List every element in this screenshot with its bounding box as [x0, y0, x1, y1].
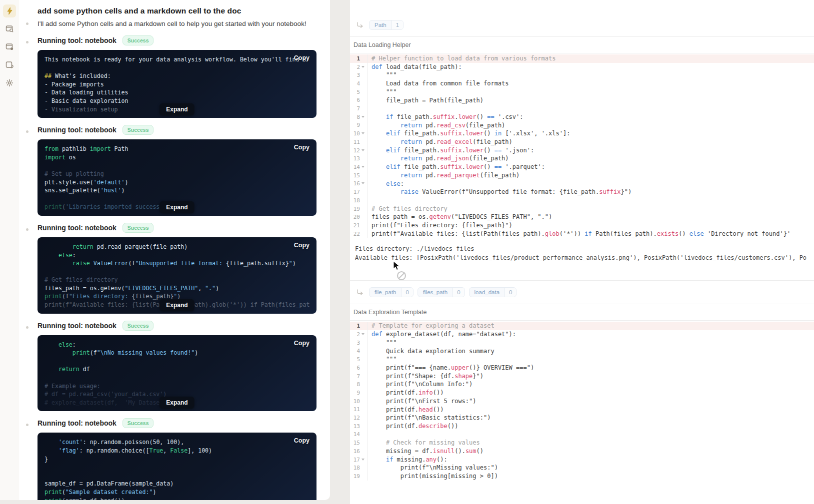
- code-row: 11 print(df.head()): [350, 406, 814, 414]
- code-line: [44, 463, 310, 472]
- code-row: 6 file_path = Path(file_path): [350, 96, 814, 105]
- variable-chip-count: 0: [504, 288, 516, 297]
- code-row: 8 if file_path.suffix.lower() == '.csv':: [350, 113, 814, 121]
- fold-chevron-icon[interactable]: [361, 65, 366, 69]
- tool-output-code-card: else: print(f"\nNo missing values found!…: [38, 335, 316, 412]
- copy-button[interactable]: Copy: [294, 340, 310, 347]
- line-number-gutter: 21: [350, 221, 368, 230]
- output-line: Available files: [PosixPath('livedocs_fi…: [355, 253, 814, 262]
- tool-run-header: Running tool: notebookSuccess: [26, 321, 320, 331]
- code-row: 11 return pd.read_excel(file_path): [350, 138, 814, 146]
- tool-output-code-card: 'count': np.random.poisson(50, 100), 'fl…: [38, 433, 316, 500]
- code-row: 19# Get files directory: [350, 205, 814, 213]
- code-line: print(f"\nBasic statistics:"): [368, 414, 490, 422]
- line-number: 17: [354, 457, 360, 463]
- line-number: 22: [354, 231, 360, 237]
- copy-button[interactable]: Copy: [294, 144, 310, 151]
- copy-button[interactable]: Copy: [294, 242, 310, 249]
- fold-chevron-icon[interactable]: [361, 131, 366, 136]
- line-number-gutter: 18: [350, 464, 368, 472]
- expand-button[interactable]: Expand: [160, 201, 194, 213]
- code-line: file_path = Path(file_path): [368, 96, 484, 105]
- line-number: 19: [354, 473, 360, 480]
- status-badge: Success: [122, 125, 154, 135]
- variable-chip-path[interactable]: Path1: [369, 20, 404, 30]
- fold-chevron-icon[interactable]: [361, 458, 366, 462]
- code-line: print(f"\nNo missing values found!"): [44, 349, 310, 357]
- line-number-gutter: 3: [350, 71, 368, 79]
- code-line: 'flag': np.random.choice([True, False], …: [44, 447, 310, 455]
- code-line: # Check for missing values: [368, 439, 480, 447]
- variable-chip-name: Path: [370, 20, 392, 29]
- fold-chevron-icon[interactable]: [361, 332, 366, 337]
- line-number-gutter: 2: [350, 330, 368, 339]
- line-number-gutter: 19: [350, 205, 368, 213]
- line-number-gutter: 14: [350, 163, 368, 171]
- copy-button[interactable]: Copy: [294, 437, 310, 444]
- line-number: 9: [356, 122, 360, 128]
- line-number-gutter: 7: [350, 104, 368, 113]
- line-number: 1: [356, 323, 360, 329]
- line-number-gutter: 16: [350, 447, 368, 456]
- cell-title: Data Loading Helper: [350, 37, 814, 53]
- code-line: print(f"Files directory: {files_path}"): [368, 221, 512, 230]
- expand-button[interactable]: Expand: [160, 103, 194, 115]
- fold-chevron-icon[interactable]: [361, 115, 366, 119]
- code-line: missing = df.isnull().sum(): [368, 447, 484, 456]
- code-line: }: [44, 455, 310, 464]
- cell-code-editor[interactable]: 1# Template for exploring a dataset2def …: [350, 321, 814, 481]
- variable-chip-file_path[interactable]: file_path0: [369, 287, 414, 297]
- line-number-gutter: 18: [350, 196, 368, 205]
- line-number: 15: [354, 172, 360, 179]
- line-number-gutter: 13: [350, 422, 368, 431]
- flash-icon: [6, 7, 14, 15]
- code-row: 18 print(f"\nMissing values:"): [350, 464, 814, 472]
- fold-chevron-icon[interactable]: [361, 148, 366, 153]
- code-row: 4 Quick data exploration summary: [350, 347, 814, 356]
- code-line: # Template for exploring a dataset: [368, 322, 494, 330]
- return-arrow-icon: [356, 289, 364, 296]
- sidebar-item-panel-badge[interactable]: [3, 40, 16, 53]
- panel-clock-icon: [6, 61, 14, 69]
- line-number-gutter: 3: [350, 339, 368, 347]
- line-number-gutter: 5: [350, 88, 368, 96]
- line-number: 10: [354, 398, 360, 405]
- assistant-intro-row: I'll add some Python cells and a markdow…: [26, 19, 320, 28]
- line-number: 21: [354, 222, 360, 229]
- sidebar-item-panel-clock[interactable]: [3, 58, 16, 71]
- code-line: print(df.describe()): [368, 422, 458, 431]
- code-line: 'count': np.random.poisson(50, 100),: [44, 438, 310, 447]
- line-number-gutter: 5: [350, 355, 368, 364]
- line-number: 3: [356, 72, 360, 78]
- cell-title: Data Exploration Template: [350, 304, 814, 320]
- line-number: 4: [356, 348, 360, 354]
- sidebar-item-flash[interactable]: [3, 4, 16, 17]
- line-number: 4: [356, 80, 360, 87]
- variable-chip-load_data[interactable]: load_data0: [469, 287, 517, 297]
- sidebar-item-panel-search[interactable]: [3, 22, 16, 35]
- line-number-gutter: 1: [350, 54, 368, 63]
- sidebar-item-gear[interactable]: [3, 76, 16, 89]
- variable-chip-files_path[interactable]: files_path0: [418, 287, 465, 297]
- code-line: plt.style.use('default'): [44, 178, 310, 187]
- user-prompt: add some python cells and a markdown cel…: [38, 6, 320, 15]
- code-line: return pd.read_excel(file_path): [368, 138, 512, 146]
- cell-code-editor[interactable]: 1# Helper function to load data from var…: [350, 53, 814, 239]
- line-number: 3: [356, 340, 360, 346]
- line-number: 9: [356, 390, 360, 396]
- code-line: else:: [44, 341, 310, 349]
- expand-button[interactable]: Expand: [160, 299, 194, 311]
- line-number: 16: [354, 180, 360, 187]
- code-line: elif file_path.suffix.lower() in ['.xlsx…: [368, 129, 570, 138]
- fold-chevron-icon[interactable]: [361, 165, 366, 169]
- line-number-gutter: 11: [350, 406, 368, 414]
- line-number-gutter: 15: [350, 171, 368, 180]
- expand-button[interactable]: Expand: [160, 397, 194, 409]
- tool-output-code-card: return pd.read_parquet(file_path) else: …: [38, 237, 316, 314]
- fold-chevron-icon[interactable]: [361, 181, 366, 186]
- copy-button[interactable]: Copy: [294, 54, 310, 61]
- status-badge: Success: [122, 223, 154, 233]
- code-row: 22print(f"Available files: {list(Path(fi…: [350, 230, 814, 238]
- tool-output-code-card: This notebook is ready for your data ana…: [38, 50, 316, 118]
- code-line: return pd.read_parquet(file_path): [368, 171, 520, 180]
